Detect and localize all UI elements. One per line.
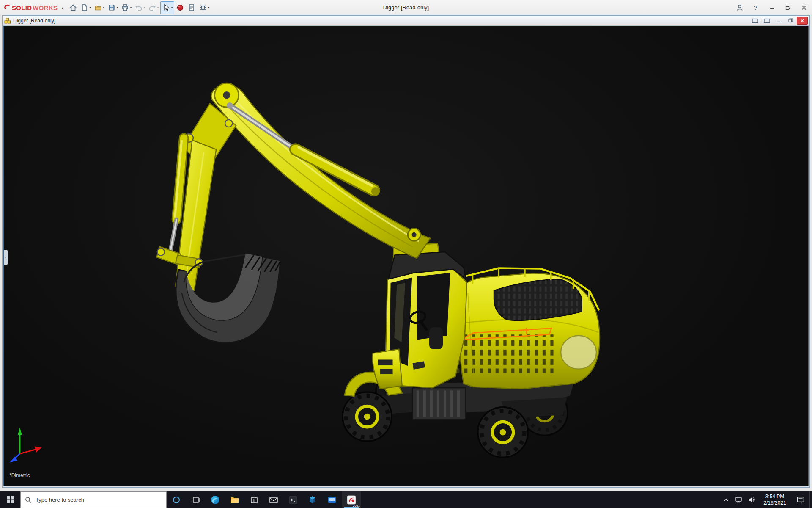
caret-down-icon[interactable]: ▾ — [171, 6, 173, 9]
excavator-model[interactable] — [3, 26, 809, 486]
volume-icon — [748, 496, 755, 503]
cad-cube-app-icon — [307, 495, 318, 505]
brand-text-solid: SOLID — [12, 4, 32, 11]
select-tool-button[interactable]: ▾ — [160, 1, 174, 14]
restore-icon — [788, 18, 793, 23]
doc-minimize-button[interactable] — [773, 17, 784, 25]
document-window-controls — [749, 17, 808, 25]
network-button[interactable] — [732, 491, 745, 508]
tray-expand-button[interactable] — [720, 491, 732, 508]
app-titlebar: SOLIDWORKS › ▾ ▾ ▾ ▾ — [0, 0, 812, 15]
view-orientation-label: *Dimetric — [9, 472, 30, 478]
redo-icon — [148, 3, 156, 12]
show-desktop-button[interactable] — [809, 491, 812, 508]
terminal-app-button[interactable] — [283, 491, 303, 508]
pane-right-button[interactable] — [761, 17, 772, 25]
file-explorer-button[interactable] — [225, 491, 244, 508]
help-icon: ? — [754, 4, 758, 11]
user-account-icon — [735, 3, 744, 12]
open-button[interactable]: ▾ — [93, 1, 106, 14]
mail-button[interactable] — [264, 491, 283, 508]
caret-down-icon[interactable]: ▾ — [89, 6, 91, 9]
graphics-viewport[interactable]: ‹ *Dimetric — [3, 26, 809, 486]
close-icon — [801, 5, 807, 10]
app-window-controls: ? — [732, 0, 812, 15]
taskbar-search-box[interactable] — [20, 491, 167, 508]
wheel-front-near[interactable] — [343, 392, 392, 441]
blue-window-app-button[interactable] — [322, 491, 342, 508]
minimize-icon — [770, 5, 774, 10]
cortana-icon — [172, 496, 181, 504]
chevron-up-icon — [724, 498, 729, 502]
menu-expand-chevron-icon[interactable]: › — [62, 5, 63, 11]
mail-icon — [269, 495, 279, 505]
file-properties-button[interactable] — [186, 1, 197, 14]
new-document-icon — [80, 3, 89, 12]
rebuild-button[interactable] — [175, 1, 186, 14]
network-icon — [735, 496, 743, 503]
help-button[interactable]: ? — [748, 0, 764, 15]
volume-button[interactable] — [745, 491, 758, 508]
redo-button[interactable]: ▾ — [147, 1, 160, 14]
open-folder-icon — [94, 3, 102, 12]
caret-down-icon[interactable]: ▾ — [130, 6, 132, 9]
solidworks-app-window: SOLIDWORKS › ▾ ▾ ▾ ▾ — [0, 0, 812, 491]
featuremanager-collapsed-tab[interactable]: ‹ — [4, 250, 8, 265]
search-input[interactable] — [36, 497, 162, 503]
rebuild-icon — [176, 3, 184, 12]
wheel-rear-near[interactable] — [478, 407, 528, 458]
windows-logo-icon — [7, 496, 14, 503]
pane-left-button[interactable] — [749, 17, 760, 25]
assembly-document-icon — [4, 17, 11, 24]
caret-down-icon[interactable]: ▾ — [143, 6, 145, 9]
taskbar-clock[interactable]: 3:54 PM 2/16/2021 — [758, 491, 792, 508]
app-restore-button[interactable] — [780, 0, 796, 15]
new-document-button[interactable]: ▾ — [79, 1, 92, 14]
select-arrow-icon — [162, 3, 170, 12]
file-explorer-icon — [230, 495, 240, 505]
windows-taskbar: 2021 3:54 PM 2/16/2021 — [0, 491, 812, 508]
caret-down-icon[interactable]: ▾ — [116, 6, 118, 9]
restore-icon — [785, 5, 790, 10]
save-button[interactable]: ▾ — [106, 1, 119, 14]
chevron-left-icon: ‹ — [5, 255, 7, 260]
print-icon — [121, 3, 129, 12]
doc-restore-button[interactable] — [785, 17, 796, 25]
home-button[interactable] — [68, 1, 79, 14]
edge-icon — [210, 495, 220, 505]
main-toolbar: ▾ ▾ ▾ ▾ ▾ ▾ ▾ — [68, 0, 211, 15]
close-icon — [800, 19, 804, 23]
start-button[interactable] — [0, 491, 20, 508]
caret-down-icon[interactable]: ▾ — [208, 6, 209, 9]
task-view-button[interactable] — [186, 491, 206, 508]
document-titlebar: Digger [Read-only] — [3, 16, 809, 26]
undo-button[interactable]: ▾ — [133, 1, 146, 14]
document-window: Digger [Read-only] — [2, 15, 810, 488]
action-center-icon — [796, 496, 805, 504]
cad-cube-app-button[interactable] — [303, 491, 322, 508]
print-button[interactable]: ▾ — [120, 1, 133, 14]
solidworks-app-icon — [346, 495, 357, 505]
doc-close-button[interactable] — [797, 17, 808, 25]
undo-icon — [134, 3, 143, 12]
orientation-triad[interactable] — [9, 428, 42, 463]
caret-down-icon[interactable]: ▾ — [157, 6, 159, 9]
app-minimize-button[interactable] — [764, 0, 780, 15]
action-center-button[interactable] — [792, 491, 809, 508]
caret-down-icon[interactable]: ▾ — [103, 6, 104, 9]
search-icon — [25, 497, 32, 503]
solidworks-app-button[interactable]: 2021 — [342, 491, 361, 508]
app-close-button[interactable] — [796, 0, 812, 15]
store-button[interactable] — [244, 491, 264, 508]
cab[interactable] — [373, 252, 467, 389]
side-tank[interactable] — [412, 388, 466, 419]
pane-right-icon — [764, 18, 770, 23]
clock-time: 3:54 PM — [765, 494, 785, 500]
system-tray: 3:54 PM 2/16/2021 — [720, 491, 812, 508]
account-button[interactable] — [732, 0, 748, 15]
edge-button[interactable] — [206, 491, 225, 508]
options-button[interactable]: ▾ — [198, 1, 211, 14]
cortana-button[interactable] — [167, 491, 186, 508]
save-icon — [107, 3, 116, 12]
seat — [429, 327, 443, 349]
